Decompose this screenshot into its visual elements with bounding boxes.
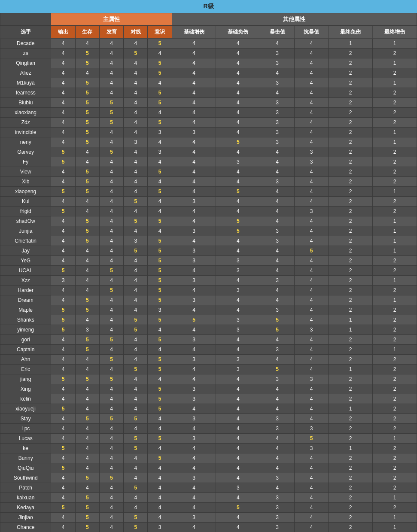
cell-val: 1 [373,345,417,355]
cell-val: 4 [124,68,148,78]
cell-val: 4 [172,88,216,98]
cell-val: 3 [172,473,216,483]
cell-val: 4 [99,68,123,78]
table-row: Fy54444434322 [0,157,417,167]
cell-val: 5 [148,246,172,256]
cell-val: 3 [216,286,260,295]
cell-val: 4 [216,118,260,128]
cell-val: 5 [75,108,99,118]
cell-val: 1 [373,78,417,88]
cell-val: 4 [260,88,295,98]
cell-val: 5 [124,483,148,493]
cell-val: 5 [75,305,99,315]
cell-val: 3 [260,503,295,513]
cell-val: 4 [216,128,260,137]
cell-val: 4 [294,453,329,463]
cell-val: 5 [216,137,260,147]
cell-val: 2 [329,128,373,137]
cell-val: 5 [75,216,99,226]
cell-val: 5 [124,365,148,374]
cell-val: 4 [172,463,216,473]
table-row: jiang55544443322 [0,374,417,384]
player-name: Dream [0,295,51,305]
cell-val: 5 [148,295,172,305]
player-name: Eric [0,365,51,374]
player-name: Biubiu [0,98,51,108]
table-row: invincible45443343421 [0,128,417,137]
cell-val: 4 [294,187,329,197]
cell-val: 4 [148,108,172,118]
cell-val: 4 [216,236,260,246]
cell-val: 2 [329,118,373,128]
cell-val: 4 [294,39,329,49]
cell-val: 4 [99,226,123,236]
cell-val: 5 [75,493,99,503]
cell-val: 5 [51,374,75,384]
cell-val: 5 [148,355,172,365]
cell-val: 5 [75,78,99,88]
cell-val: 5 [148,434,172,444]
cell-val: 2 [373,157,417,167]
player-name: ke [0,444,51,453]
cell-val: 5 [216,226,260,236]
cell-val: 1 [373,523,417,532]
cell-val: 3 [148,305,172,315]
cell-val: 4 [51,88,75,98]
cell-val: 5 [148,256,172,266]
cell-val: 2 [329,246,373,256]
cell-val: 4 [148,463,172,473]
cell-val: 5 [75,128,99,137]
cell-val: 2 [373,197,417,207]
cell-val: 4 [124,108,148,118]
cell-val: 4 [294,276,329,286]
cell-val: 3 [260,276,295,286]
cell-val: 4 [75,276,99,286]
table-row: Stay45554343422 [0,414,417,424]
cell-val: 4 [172,523,216,532]
cell-val: 4 [260,147,295,157]
cell-val: 1 [373,216,417,226]
cell-val: 5 [99,98,123,108]
main-attr-header: 主属性 [51,13,172,26]
cell-val: 2 [373,98,417,108]
cell-val: 4 [99,453,123,463]
cell-val: 3 [216,483,260,493]
cell-val: 2 [329,78,373,88]
cell-val: 4 [172,108,216,118]
cell-val: 4 [294,197,329,207]
player-name: Jay [0,246,51,256]
cell-val: 4 [124,473,148,483]
cell-val: 4 [294,414,329,424]
cell-val: 4 [51,335,75,345]
cell-val: 5 [148,68,172,78]
cell-val: 3 [51,276,75,286]
cell-val: 2 [329,98,373,108]
cell-val: 4 [99,305,123,315]
cell-val: 3 [216,355,260,365]
player-name: Chance [0,523,51,532]
cell-val: 4 [51,68,75,78]
player-name: frigid [0,207,51,216]
cell-val: 4 [260,246,295,256]
table-row: Shanks54455535412 [0,315,417,325]
player-name: Lucas [0,434,51,444]
cell-val: 4 [260,256,295,266]
cell-val: 4 [99,157,123,167]
cell-val: 4 [124,374,148,384]
cell-val: 2 [373,118,417,128]
cell-val: 2 [373,147,417,157]
cell-val: 4 [99,434,123,444]
cell-val: 4 [260,167,295,177]
cell-val: 4 [216,207,260,216]
cell-val: 4 [260,207,295,216]
cell-val: 1 [329,444,373,453]
cell-val: 3 [260,473,295,483]
cell-val: 3 [260,137,295,147]
cell-val: 5 [99,108,123,118]
cell-val: 2 [329,58,373,68]
cell-val: 2 [329,226,373,236]
cell-val: 4 [294,305,329,315]
cell-val: 2 [329,483,373,493]
cell-val: 4 [172,58,216,68]
cell-val: 2 [373,503,417,513]
